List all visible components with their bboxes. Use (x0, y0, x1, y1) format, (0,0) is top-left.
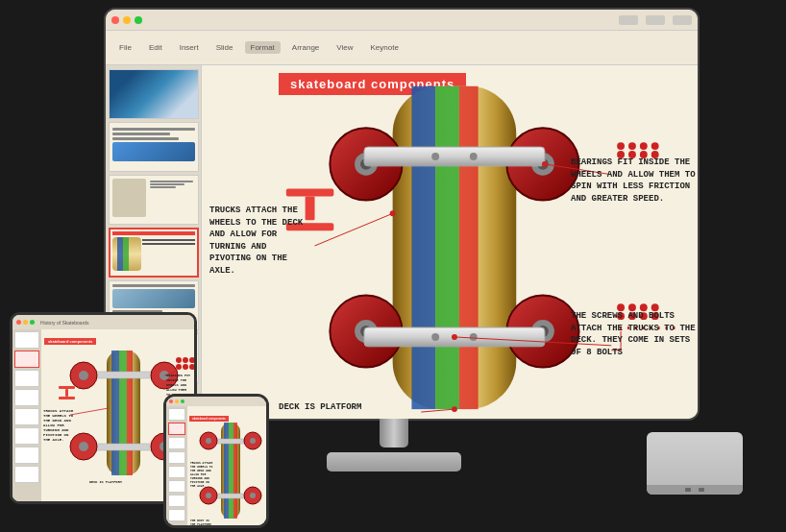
svg-text:PIVOTING ON: PIVOTING ON (190, 481, 209, 484)
svg-rect-110 (224, 423, 229, 519)
svg-point-5 (330, 128, 402, 200)
minimize-button-icon[interactable] (123, 16, 131, 24)
monitor-stand (327, 419, 461, 476)
svg-point-16 (537, 326, 549, 337)
svg-point-78 (176, 364, 182, 370)
svg-text:PIVOTING ON: PIVOTING ON (43, 433, 69, 437)
ipad-title-text: History of Skateboards (40, 320, 89, 326)
ipad-thumb-6[interactable] (14, 427, 39, 445)
menu-slide[interactable]: Slide (210, 41, 239, 54)
svg-point-27 (617, 142, 625, 150)
svg-point-6 (355, 153, 378, 176)
close-button-icon[interactable] (111, 16, 119, 24)
iphone-thumb-2[interactable] (168, 423, 185, 435)
svg-point-71 (79, 442, 88, 451)
ipad-toolbar: History of Skateboards (12, 315, 194, 329)
svg-point-19 (431, 153, 439, 160)
svg-rect-62 (119, 351, 127, 475)
svg-point-28 (628, 142, 636, 150)
ipad-thumb-3[interactable] (14, 370, 39, 387)
svg-point-29 (640, 142, 648, 150)
slide-title: skateboard components (279, 73, 466, 95)
menu-insert[interactable]: Insert (174, 41, 205, 54)
svg-line-53 (421, 409, 454, 412)
ipad-thumb-2[interactable] (14, 351, 39, 368)
svg-rect-65 (91, 444, 157, 450)
svg-rect-57 (286, 189, 333, 197)
menu-edit[interactable]: Edit (143, 41, 168, 54)
svg-text:THE DECK AND: THE DECK AND (190, 470, 211, 472)
mac-mini (647, 432, 743, 495)
svg-text:ALLOW THEM: ALLOW THEM (166, 388, 186, 392)
iphone-thumb-1[interactable] (168, 408, 185, 421)
iphone-thumb-6[interactable] (168, 480, 185, 493)
svg-point-24 (390, 210, 396, 216)
menu-format[interactable]: Format (245, 41, 281, 54)
svg-point-80 (189, 364, 194, 370)
slide-thumbnail-1[interactable] (109, 69, 199, 119)
menu-file[interactable]: File (113, 41, 137, 54)
svg-point-9 (531, 153, 554, 176)
menu-arrange[interactable]: Arrange (286, 41, 325, 54)
svg-text:BEARINGS FIT: BEARINGS FIT (166, 374, 190, 377)
menu-view[interactable]: View (331, 41, 358, 54)
svg-text:ALLOW FOR: ALLOW FOR (190, 473, 206, 476)
bearings-annotation: BEARINGS FIT INSIDE THE WHEELS AND ALLOW… (571, 157, 696, 205)
iphone-thumb-4[interactable] (168, 451, 185, 464)
iphone-min-dot (175, 399, 179, 403)
slide-thumbnail-4[interactable] (109, 228, 199, 278)
svg-point-26 (542, 161, 548, 167)
iphone-slides-panel (166, 406, 187, 525)
iphone-toolbar (166, 397, 266, 406)
svg-rect-3 (459, 86, 479, 409)
svg-text:ALLOW FOR: ALLOW FOR (43, 423, 64, 427)
svg-point-10 (537, 158, 549, 170)
svg-point-21 (431, 333, 439, 341)
toolbar-icon (619, 15, 638, 25)
ipad-close-dot (16, 320, 21, 325)
svg-text:THE PLATFORM: THE PLATFORM (190, 523, 211, 525)
slide-thumbnail-2[interactable] (109, 122, 199, 172)
svg-text:WHEELS AND: WHEELS AND (166, 383, 186, 387)
iphone-thumb-7[interactable] (168, 495, 185, 507)
svg-text:DECK IS PLATFORM: DECK IS PLATFORM (89, 480, 122, 484)
svg-point-77 (189, 357, 194, 363)
ipad-thumb-8[interactable] (14, 466, 39, 483)
iphone-thumb-5[interactable] (168, 466, 185, 478)
ipad-thumb-5[interactable] (14, 408, 39, 425)
iphone-thumb-8[interactable] (168, 509, 185, 521)
ipad-full-dot (30, 320, 35, 325)
trucks-annotation: TRUCKS ATTACH THE WHEELS TO THE DECK AND… (209, 205, 310, 278)
svg-point-116 (206, 438, 211, 444)
svg-text:THE BOOT IS: THE BOOT IS (190, 520, 209, 522)
svg-point-120 (206, 493, 211, 498)
svg-point-11 (330, 295, 402, 367)
svg-point-14 (506, 295, 578, 367)
svg-rect-113 (213, 439, 248, 444)
main-slide[interactable]: skateboard components (202, 65, 698, 419)
iphone-thumb-3[interactable] (168, 437, 185, 449)
ipad-thumb-7[interactable] (14, 447, 39, 464)
svg-rect-4 (393, 86, 517, 409)
svg-point-8 (506, 128, 578, 200)
keynote-toolbar: File Edit Insert Slide Format Arrange Vi… (106, 31, 698, 65)
slide-thumbnail-3[interactable] (109, 175, 199, 225)
svg-text:TRUCKS ATTACH: TRUCKS ATTACH (43, 409, 74, 413)
svg-point-15 (531, 320, 554, 343)
toolbar-icon (673, 15, 692, 25)
svg-text:TURNING AND: TURNING AND (190, 477, 209, 480)
svg-rect-87 (65, 389, 68, 397)
svg-point-54 (452, 406, 457, 412)
ipad-thumb-1[interactable] (14, 331, 39, 349)
ipad-thumb-4[interactable] (14, 389, 39, 406)
svg-text:TRUCKS ATTACH: TRUCKS ATTACH (190, 462, 213, 465)
svg-rect-61 (111, 351, 119, 475)
svg-point-122 (250, 493, 256, 498)
iphone-content: skateboard components (166, 406, 266, 525)
svg-point-7 (360, 158, 372, 170)
menu-keynote[interactable]: Keynote (365, 41, 405, 54)
iphone: skateboard components (163, 394, 269, 528)
svg-point-76 (183, 357, 188, 363)
fullscreen-button-icon[interactable] (135, 16, 142, 24)
svg-point-118 (250, 438, 256, 444)
